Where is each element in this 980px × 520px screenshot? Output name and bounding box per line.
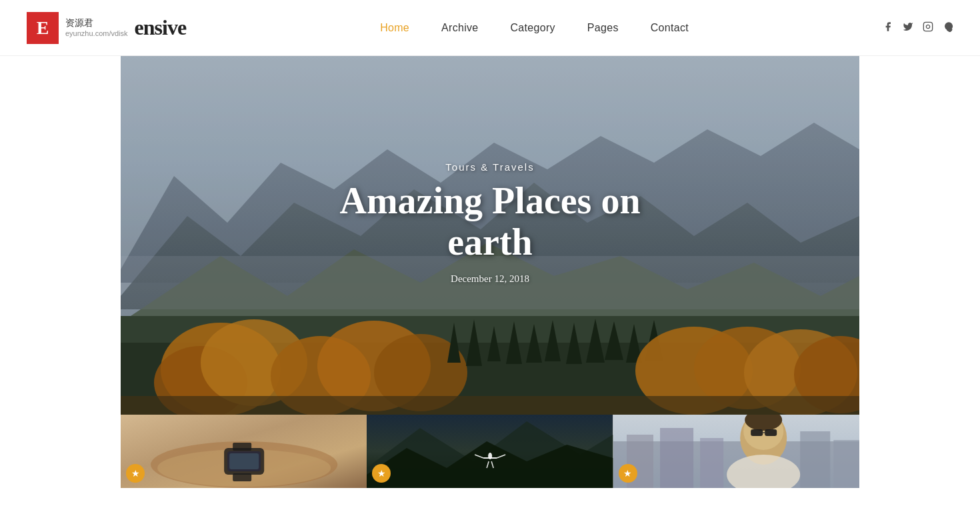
svg-rect-54 <box>800 431 830 488</box>
logo-brand: ensive <box>135 15 187 40</box>
hero-date: December 12, 2018 <box>305 273 675 285</box>
site-header: E 资源君 eyunzhu.com/vdisk ensive Home Arch… <box>0 0 980 56</box>
hero-content: Tours & Travels Amazing Places on earth … <box>305 161 675 285</box>
svg-rect-53 <box>700 438 723 488</box>
nav-category[interactable]: Category <box>510 22 555 34</box>
svg-rect-59 <box>751 429 763 436</box>
logo-chinese: 资源君 <box>65 17 128 29</box>
card-1-badge: ★ <box>126 464 145 483</box>
card-mountain[interactable]: ★ <box>367 415 613 488</box>
hero-section[interactable]: Tours & Travels Amazing Places on earth … <box>121 56 859 415</box>
nav-contact[interactable]: Contact <box>651 22 689 34</box>
cards-row: ★ ★ <box>121 415 859 488</box>
hero-category: Tours & Travels <box>305 161 675 173</box>
instagram-icon[interactable] <box>923 21 933 35</box>
logo-icon: E <box>27 12 59 44</box>
svg-rect-60 <box>765 429 777 436</box>
svg-rect-37 <box>229 453 259 469</box>
facebook-icon[interactable] <box>883 21 893 35</box>
twitter-icon[interactable] <box>903 21 913 35</box>
card-watch[interactable]: ★ <box>121 415 367 488</box>
card-3-badge: ★ <box>619 464 637 483</box>
logo-url: eyunzhu.com/vdisk <box>65 29 128 38</box>
svg-rect-55 <box>833 440 859 488</box>
svg-rect-39 <box>233 473 251 481</box>
svg-rect-52 <box>660 428 693 488</box>
logo-area[interactable]: E 资源君 eyunzhu.com/vdisk ensive <box>27 12 186 44</box>
nav-pages[interactable]: Pages <box>587 22 619 34</box>
skype-icon[interactable] <box>943 21 953 35</box>
svg-rect-38 <box>233 443 251 451</box>
main-nav: Home Archive Category Pages Contact <box>380 22 689 34</box>
card-man[interactable]: ★ <box>613 415 859 488</box>
nav-home[interactable]: Home <box>380 22 409 34</box>
nav-archive[interactable]: Archive <box>441 22 478 34</box>
hero-title: Amazing Places on earth <box>305 181 675 263</box>
social-icons-group <box>883 21 953 35</box>
svg-rect-0 <box>923 22 932 31</box>
